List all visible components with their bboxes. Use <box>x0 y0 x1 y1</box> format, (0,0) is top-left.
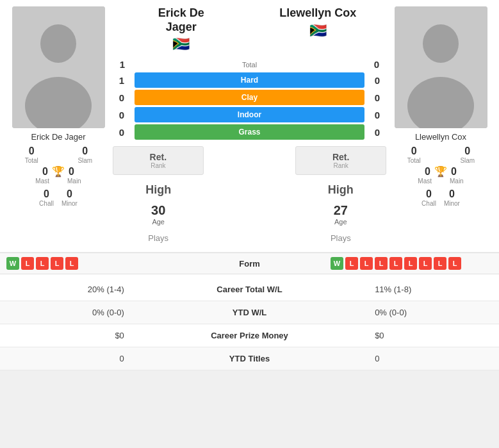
player1-slam-cell: 0 Slam <box>59 145 111 164</box>
p2-clay-score: 0 <box>368 92 386 103</box>
player2-total-lbl: Total <box>388 157 440 164</box>
p2-total-score: 0 <box>367 59 386 70</box>
ytd-wl-label: YTD W/L <box>132 301 367 324</box>
p1-plays: Plays <box>113 231 204 245</box>
p2-career-prize: $0 <box>367 324 499 347</box>
player2-flag: 🇿🇦 <box>250 22 387 39</box>
player1-main-lbl: Main <box>67 178 81 185</box>
p1-rank-box: Ret. Rank <box>113 146 204 175</box>
player1-trophy-icon: 🏆 <box>52 165 65 178</box>
p1-career-wl: 20% (1-4) <box>0 278 132 301</box>
p1-high: High <box>113 183 204 197</box>
player2-minor-lbl: Minor <box>444 200 460 207</box>
p2-badge-4: L <box>389 257 402 270</box>
p1-badge-1: L <box>21 257 34 270</box>
p1-ytd-wl: 0% (0-0) <box>0 301 132 324</box>
p1-ytd-titles: 0 <box>0 347 132 370</box>
player1-mast-cell: 0 🏆 0 Mast Main <box>32 165 85 185</box>
surface-scores: 1 Hard 0 0 Clay 0 0 Indoor 0 0 Grass <box>113 72 386 142</box>
player2-mast-lbl: Mast <box>418 178 432 185</box>
hard-row: 1 Hard 0 <box>113 72 386 88</box>
player2-mast-cell: 0 🏆 0 Mast Main <box>414 165 467 185</box>
p1-form-badges: W L L L L <box>6 257 168 270</box>
p1-career-prize: $0 <box>0 324 132 347</box>
table-row: 0% (0-0) YTD W/L 0% (0-0) <box>0 301 499 324</box>
player1-name-header: Erick DeJager 🇿🇦 <box>113 6 250 53</box>
form-row: W L L L L Form W L L L L L L L L <box>0 253 499 274</box>
high-row: High High <box>113 177 386 203</box>
p2-plays: Plays <box>295 231 386 245</box>
stats-table: 20% (1-4) Career Total W/L 11% (1-8) 0% … <box>0 278 499 370</box>
plays-row: Plays Plays <box>113 231 386 245</box>
p1-badge-2: L <box>36 257 49 270</box>
clay-surface-btn[interactable]: Clay <box>135 90 364 105</box>
p2-age-box: 27 Age <box>295 203 386 226</box>
player1-avatar <box>12 6 105 128</box>
player1-trophy-row: 0 🏆 0 <box>32 165 85 178</box>
ytd-titles-label: YTD Titles <box>132 347 367 370</box>
player1-minor-lbl: Minor <box>61 200 78 207</box>
svg-point-4 <box>423 24 459 63</box>
svg-point-1 <box>40 24 76 63</box>
p2-indoor-score: 0 <box>368 110 386 120</box>
indoor-surface-btn[interactable]: Indoor <box>135 107 364 122</box>
player2-stats: 0 Total 0 Slam 0 🏆 0 Mast Main <box>386 145 495 207</box>
player2-name-header: Llewellyn Cox 🇿🇦 <box>250 6 387 39</box>
player1-chall-cell: 0 Chall 0 Minor <box>4 188 113 207</box>
p2-badge-0: W <box>331 257 343 270</box>
player2-slam-val: 0 <box>441 145 494 157</box>
mid-comparison: Erick DeJager 🇿🇦 Llewellyn Cox 🇿🇦 1 Tota… <box>113 6 386 245</box>
p2-age-val: 27 <box>295 203 386 218</box>
p2-ytd-wl: 0% (0-0) <box>367 301 499 324</box>
total-score-row: 1 Total 0 <box>113 59 386 70</box>
p2-badge-8: L <box>448 257 461 270</box>
p2-badge-3: L <box>375 257 388 270</box>
p2-badge-2: L <box>360 257 373 270</box>
p1-rank-val: Ret. <box>116 152 200 162</box>
player2-main-val: 0 <box>451 166 457 178</box>
p1-hard-score: 1 <box>113 75 131 86</box>
grass-surface-btn[interactable]: Grass <box>135 124 364 140</box>
p2-badge-6: L <box>419 257 432 270</box>
player1-total-val: 0 <box>5 145 58 157</box>
player2-chall-lbl: Chall <box>421 200 436 207</box>
p2-rank-box: Ret. Rank <box>295 146 386 175</box>
p2-age-lbl: Age <box>295 218 386 226</box>
age-row: 30 Age 27 Age <box>113 203 386 226</box>
p2-hard-score: 0 <box>368 75 386 86</box>
p1-total-score: 1 <box>113 59 132 70</box>
player2-slam-lbl: Slam <box>441 157 494 164</box>
p1-age-box: 30 Age <box>113 203 204 226</box>
player2-card: Llewellyn Cox 0 Total 0 Slam 0 🏆 0 <box>386 6 495 245</box>
total-label: Total <box>132 61 367 69</box>
stats-table-section: 20% (1-4) Career Total W/L 11% (1-8) 0% … <box>0 278 499 370</box>
player2-avatar <box>395 6 487 128</box>
player1-slam-lbl: Slam <box>59 157 111 164</box>
player2-main-lbl: Main <box>450 178 464 185</box>
p1-indoor-score: 0 <box>113 110 131 120</box>
p2-badge-1: L <box>345 257 358 270</box>
form-label: Form <box>168 259 331 269</box>
indoor-row: 0 Indoor 0 <box>113 107 386 122</box>
p2-high: High <box>295 183 386 197</box>
hard-surface-btn[interactable]: Hard <box>135 72 364 88</box>
player2-minor-val: 0 <box>444 188 460 200</box>
player1-mast-val: 0 <box>42 166 48 178</box>
player1-name: Erick De Jager <box>31 132 85 142</box>
player2-trophy-icon: 🏆 <box>434 165 447 178</box>
player2-chall-cell: 0 Chall 0 Minor <box>386 188 495 207</box>
player2-mast-val: 0 <box>425 166 430 178</box>
player1-minor-val: 0 <box>61 188 78 200</box>
player1-chall-lbl: Chall <box>39 200 54 207</box>
p2-rank-lbl: Rank <box>299 162 383 169</box>
table-row: $0 Career Prize Money $0 <box>0 324 499 347</box>
player2-total-val: 0 <box>388 145 440 157</box>
p2-form-badges: W L L L L L L L L <box>331 257 493 270</box>
player1-stats: 0 Total 0 Slam 0 🏆 0 Mast Main <box>4 145 113 207</box>
player1-total-lbl: Total <box>5 157 58 164</box>
p1-badge-4: L <box>65 257 78 270</box>
player2-trophy-row: 0 🏆 0 <box>414 165 467 178</box>
grass-row: 0 Grass 0 <box>113 124 386 140</box>
table-row: 0 YTD Titles 0 <box>0 347 499 370</box>
player1-main-val: 0 <box>69 166 74 178</box>
